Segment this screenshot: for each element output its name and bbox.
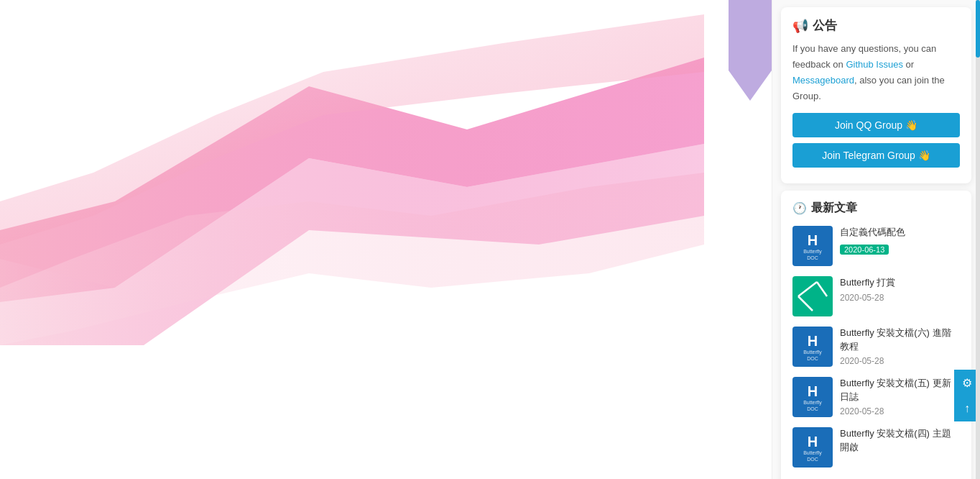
clock-icon: 🕐 xyxy=(792,201,807,215)
announcement-card: 📢 公告 If you have any questions, you can … xyxy=(781,7,971,183)
scrollbar-thumb[interactable] xyxy=(976,0,980,58)
github-issues-link[interactable]: Github Issues xyxy=(846,59,903,70)
up-arrow-icon: ↑ xyxy=(964,402,970,415)
article-title[interactable]: 自定義代碼配色 xyxy=(840,226,960,239)
announcement-body: If you have any questions, you can feedb… xyxy=(792,41,960,104)
recent-section-title: 🕐 最新文章 xyxy=(792,201,960,216)
announcement-text-part2: or xyxy=(903,59,914,70)
left-decoration xyxy=(0,0,704,479)
announcement-title: 📢 公告 xyxy=(792,17,960,34)
article-date: 2020-05-28 xyxy=(840,293,960,303)
article-date-badge: 2020-06-13 xyxy=(840,245,889,255)
messageboard-link[interactable]: Messageboard xyxy=(792,75,854,86)
article-item: Butterfly 打賞 2020-05-28 xyxy=(792,276,960,316)
article-info: Butterfly 安裝文檔(五) 更新日誌 2020-05-28 xyxy=(840,377,960,416)
article-info: Butterfly 安裝文檔(四) 主題開啟 xyxy=(840,427,960,456)
thumb-label: H ButterflyDOC xyxy=(803,232,822,261)
thumb-label: H ButterflyDOC xyxy=(803,433,822,462)
article-thumbnail: H ButterflyDOC xyxy=(792,327,833,367)
gear-icon: ⚙ xyxy=(962,376,972,390)
svg-line-6 xyxy=(798,296,813,311)
announcement-heading: 公告 xyxy=(813,17,837,34)
article-info: 自定義代碼配色 2020-06-13 xyxy=(840,226,960,255)
thumb-label: H ButterflyDOC xyxy=(803,383,822,412)
article-item: H ButterflyDOC Butterfly 安裝文檔(四) 主題開啟 xyxy=(792,427,960,467)
article-title[interactable]: Butterfly 安裝文檔(六) 進階教程 xyxy=(840,327,960,352)
recent-section-heading: 最新文章 xyxy=(811,201,857,216)
article-thumbnail: H ButterflyDOC xyxy=(792,427,833,467)
article-item: H ButterflyDOC Butterfly 安裝文檔(五) 更新日誌 20… xyxy=(792,377,960,417)
announcement-icon: 📢 xyxy=(792,18,808,34)
join-telegram-button[interactable]: Join Telegram Group 👋 xyxy=(792,143,960,168)
article-date: 2020-05-28 xyxy=(840,406,960,416)
article-date: 2020-05-28 xyxy=(840,356,960,366)
article-info: Butterfly 安裝文檔(六) 進階教程 2020-05-28 xyxy=(840,327,960,365)
article-title[interactable]: Butterfly 安裝文檔(五) 更新日誌 xyxy=(840,377,960,403)
article-thumbnail: H ButterflyDOC xyxy=(792,226,833,266)
purple-decoration xyxy=(729,0,772,101)
article-thumbnail xyxy=(792,276,833,316)
article-item: H ButterflyDOC Butterfly 安裝文檔(六) 進階教程 20… xyxy=(792,327,960,367)
recent-articles-section: 🕐 最新文章 H ButterflyDOC 自定義代碼配色 2020-06-13 xyxy=(781,191,971,479)
join-qq-button[interactable]: Join QQ Group 👋 xyxy=(792,113,960,137)
svg-line-4 xyxy=(798,282,817,296)
sidebar: 📢 公告 If you have any questions, you can … xyxy=(772,0,980,479)
article-thumbnail: H ButterflyDOC xyxy=(792,377,833,417)
svg-line-5 xyxy=(817,282,827,296)
thumb-label: H ButterflyDOC xyxy=(803,332,822,362)
article-info: Butterfly 打賞 2020-05-28 xyxy=(840,276,960,302)
scrollbar-track xyxy=(976,0,980,479)
article-title[interactable]: Butterfly 打賞 xyxy=(840,276,960,289)
article-item: H ButterflyDOC 自定義代碼配色 2020-06-13 xyxy=(792,226,960,266)
article-title[interactable]: Butterfly 安裝文檔(四) 主題開啟 xyxy=(840,427,960,453)
